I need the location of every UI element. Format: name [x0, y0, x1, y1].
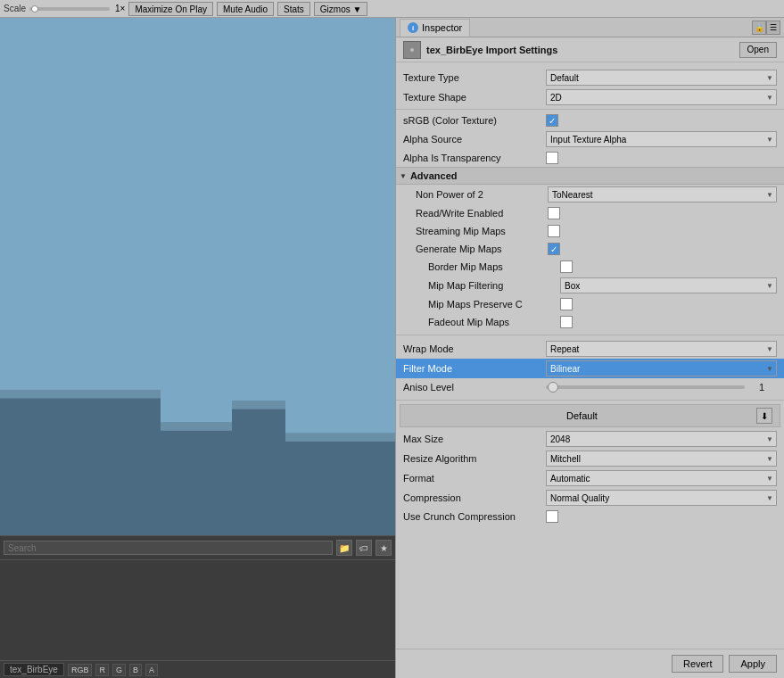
crunch-value	[546, 510, 777, 523]
crunch-checkbox[interactable]	[546, 510, 558, 523]
a-channel-button[interactable]: A	[145, 664, 158, 676]
apply-button[interactable]: Apply	[729, 655, 777, 673]
filter-mode-row: Filter Mode Bilinear	[396, 359, 784, 378]
wrap-mode-label: Wrap Mode	[403, 343, 546, 354]
mip-filtering-row: Mip Map Filtering Box	[396, 276, 784, 295]
inspector-panel: i Inspector 🔒 ☰ tex_BirbEye Import Setti…	[395, 18, 784, 678]
streaming-mip-row: Streaming Mip Maps	[396, 222, 784, 240]
alpha-transparency-label: Alpha Is Transparency	[403, 153, 546, 163]
alpha-transparency-checkbox[interactable]	[546, 152, 558, 164]
svg-rect-26	[232, 401, 285, 409]
filter-mode-select[interactable]: Bilinear	[546, 360, 777, 376]
wrap-mode-row: Wrap Mode Repeat	[396, 339, 784, 359]
revert-button[interactable]: Revert	[672, 655, 723, 673]
svg-rect-21	[161, 427, 232, 535]
non-power-select[interactable]: ToNearest	[548, 186, 777, 203]
srgb-value	[546, 114, 777, 127]
resize-algo-select[interactable]: Mitchell	[546, 451, 777, 467]
resize-algo-label: Resize Algorithm	[403, 453, 546, 464]
inspector-title-bar: tex_BirbEye Import Settings Open	[396, 37, 784, 62]
fadeout-checkbox[interactable]	[560, 316, 573, 328]
r-channel-button[interactable]: R	[95, 664, 109, 676]
inspector-tab-icon: i	[408, 22, 418, 33]
rgb-button[interactable]: RGB	[68, 664, 93, 676]
separator-1	[396, 109, 784, 110]
format-row: Format Automatic	[396, 468, 784, 488]
background-terrain	[0, 18, 395, 535]
srgb-checkbox[interactable]	[546, 114, 558, 127]
texture-shape-select-wrapper: 2D	[546, 89, 777, 105]
format-label: Format	[403, 473, 546, 484]
format-select[interactable]: Automatic	[546, 470, 777, 486]
non-power-label: Non Power of 2	[416, 189, 548, 200]
lock-button[interactable]: 🔒	[752, 21, 766, 35]
inspector-tab[interactable]: i Inspector	[400, 19, 470, 37]
texture-shape-select[interactable]: 2D	[546, 89, 777, 105]
mip-filtering-select[interactable]: Box	[560, 277, 777, 294]
svg-rect-27	[285, 433, 395, 442]
max-size-label: Max Size	[403, 434, 546, 444]
asset-icon	[403, 41, 421, 59]
compression-select[interactable]: Normal Quality	[546, 490, 777, 506]
bottom-panel: 📁 🏷 ★	[0, 535, 395, 660]
mip-filtering-value: Box	[560, 277, 777, 294]
advanced-arrow-icon: ▼	[400, 172, 407, 180]
border-mip-label: Border Mip Maps	[428, 261, 560, 272]
main-layout: 📁 🏷 ★ tex_BirbEye RGB R G B A i Inspecto…	[0, 18, 784, 678]
inspector-menu-button[interactable]: ☰	[766, 21, 780, 35]
read-write-checkbox[interactable]	[548, 207, 560, 219]
scale-label: Scale	[4, 4, 26, 13]
open-button[interactable]: Open	[739, 42, 777, 58]
format-select-wrapper: Automatic	[546, 470, 777, 486]
max-size-row: Max Size 2048	[396, 429, 784, 449]
compression-value: Normal Quality	[546, 490, 777, 506]
stats-button[interactable]: Stats	[277, 2, 310, 16]
separator-2	[396, 335, 784, 335]
alpha-source-value: Input Texture Alpha	[546, 131, 777, 147]
fadeout-label: Fadeout Mip Maps	[428, 317, 560, 327]
tag-icon-button[interactable]: 🏷	[356, 540, 372, 556]
alpha-source-label: Alpha Source	[403, 134, 546, 145]
alpha-transparency-row: Alpha Is Transparency	[396, 149, 784, 167]
compression-select-wrapper: Normal Quality	[546, 490, 777, 506]
aniso-value-label: 1	[759, 382, 777, 393]
aniso-level-label: Aniso Level	[403, 382, 546, 393]
wrap-mode-select[interactable]: Repeat	[546, 341, 777, 357]
max-size-select[interactable]: 2048	[546, 431, 777, 447]
alpha-source-select[interactable]: Input Texture Alpha	[546, 131, 777, 147]
asset-title: tex_BirbEye Import Settings	[426, 45, 734, 55]
b-channel-button[interactable]: B	[129, 664, 142, 676]
generate-mip-value	[548, 243, 777, 255]
aniso-slider[interactable]	[546, 385, 745, 389]
mute-audio-button[interactable]: Mute Audio	[217, 2, 274, 16]
mip-preserve-row: Mip Maps Preserve C	[396, 295, 784, 313]
maximize-on-play-button[interactable]: Maximize On Play	[128, 2, 213, 16]
generate-mip-checkbox[interactable]	[548, 243, 560, 255]
texture-type-label: Texture Type	[403, 72, 546, 83]
inspector-header: i Inspector 🔒 ☰	[396, 18, 784, 37]
folder-icon-button[interactable]: 📁	[336, 540, 352, 556]
texture-type-select[interactable]: Default	[546, 70, 777, 86]
format-value: Automatic	[546, 470, 777, 486]
g-channel-button[interactable]: G	[112, 664, 126, 676]
resize-algo-select-wrapper: Mitchell	[546, 451, 777, 467]
search-input[interactable]	[4, 541, 333, 555]
asset-icon-dot	[410, 48, 414, 52]
advanced-section-header[interactable]: ▼ Advanced	[396, 167, 784, 185]
streaming-mip-label: Streaming Mip Maps	[416, 226, 548, 236]
status-filename: tex_BirbEye	[4, 663, 64, 676]
star-icon-button[interactable]: ★	[375, 540, 392, 556]
streaming-mip-checkbox[interactable]	[548, 225, 560, 237]
border-mip-checkbox[interactable]	[560, 260, 573, 273]
alpha-transparency-value	[546, 152, 777, 164]
left-panel: 📁 🏷 ★ tex_BirbEye RGB R G B A	[0, 18, 395, 678]
platform-download-button[interactable]: ⬇	[756, 408, 772, 424]
wrap-mode-select-wrapper: Repeat	[546, 341, 777, 357]
scale-slider[interactable]	[29, 7, 110, 11]
texture-type-value: Default	[546, 70, 777, 86]
gizmos-button[interactable]: Gizmos ▼	[314, 2, 368, 16]
mip-preserve-checkbox[interactable]	[560, 298, 573, 310]
fadeout-row: Fadeout Mip Maps	[396, 313, 784, 331]
platform-label: Default	[408, 410, 756, 421]
game-viewport	[0, 18, 395, 535]
